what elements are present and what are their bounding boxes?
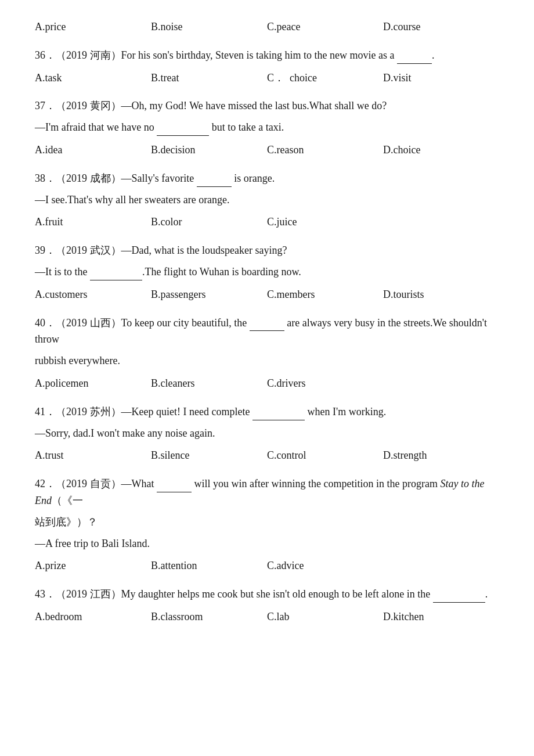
q40-subtext: rubbish everywhere. <box>35 352 499 369</box>
q40-options: A.policemen B.cleaners C.drivers <box>35 374 499 393</box>
question-41: 41．（2019 苏州）—Keep quiet! I need complete… <box>35 404 499 465</box>
q43-option-b: B.classroom <box>151 607 267 627</box>
q38-option-a: A.fruit <box>35 213 151 232</box>
q41-subtext: —Sorry, dad.I won't make any noise again… <box>35 425 499 442</box>
q36-option-c: C． choice <box>267 69 383 88</box>
q41-option-d: D.strength <box>383 446 499 465</box>
q39-options: A.customers B.passengers C.members D.tou… <box>35 285 499 304</box>
q36-option-a: A.task <box>35 69 151 88</box>
q37-subtext: —I'm afraid that we have no but to take … <box>35 119 499 136</box>
q41-blank <box>252 409 305 420</box>
q41-options: A.trust B.silence C.control D.strength <box>35 446 499 465</box>
q43-option-c: C.lab <box>267 607 383 627</box>
q39-option-b: B.passengers <box>151 285 267 304</box>
q43-text: 43．（2019 江西）My daughter helps me cook bu… <box>35 586 499 603</box>
question-40: 40．（2019 山西）To keep our city beautiful, … <box>35 315 499 393</box>
q39-subtext: —It is to the .The flight to Wuhan is bo… <box>35 264 499 280</box>
q39-option-c: C.members <box>267 285 383 304</box>
question-38: 38．（2019 成都）—Sally's favorite is orange.… <box>35 170 499 232</box>
q38-option-empty <box>383 213 499 232</box>
q38-options: A.fruit B.color C.juice <box>35 213 499 232</box>
question-37: 37．（2019 黄冈）—Oh, my God! We have missed … <box>35 98 499 159</box>
q38-option-b: B.color <box>151 213 267 232</box>
q38-blank <box>197 175 232 187</box>
q38-subtext: —I see.That's why all her sweaters are o… <box>35 192 499 208</box>
q42-option-empty <box>383 556 499 575</box>
question-42: 42．（2019 自贡）—What will you win after win… <box>35 476 499 575</box>
q36-text: 36．（2019 河南）For his son's birthday, Stev… <box>35 47 499 64</box>
q40-blank <box>250 320 284 332</box>
q39-text: 39．（2019 武汉）—Dad, what is the loudspeake… <box>35 242 499 259</box>
q37-option-a: A.idea <box>35 141 151 160</box>
q41-option-b: B.silence <box>151 446 267 465</box>
q40-option-empty <box>383 374 499 393</box>
q36-blank <box>397 52 432 64</box>
question-39: 39．（2019 武汉）—Dad, what is the loudspeake… <box>35 242 499 304</box>
q41-text: 41．（2019 苏州）—Keep quiet! I need complete… <box>35 404 499 420</box>
top-options-block: A.price B.noise C.peace D.course <box>35 17 499 37</box>
q36-options: A.task B.treat C． choice D.visit <box>35 69 499 88</box>
top-options-row: A.price B.noise C.peace D.course <box>35 17 499 37</box>
q43-option-a: A.bedroom <box>35 607 151 627</box>
question-43: 43．（2019 江西）My daughter helps me cook bu… <box>35 586 499 627</box>
q42-options: A.prize B.attention C.advice <box>35 556 499 575</box>
q38-option-c: C.juice <box>267 213 383 232</box>
q42-option-a: A.prize <box>35 556 151 575</box>
q40-option-c: C.drivers <box>267 374 383 393</box>
option-d-course: D.course <box>383 17 499 37</box>
q41-option-c: C.control <box>267 446 383 465</box>
q36-option-b: B.treat <box>151 69 267 88</box>
option-c-peace: C.peace <box>267 17 383 37</box>
q42-blank <box>157 481 192 492</box>
q40-text: 40．（2019 山西）To keep our city beautiful, … <box>35 315 499 348</box>
q38-text: 38．（2019 成都）—Sally's favorite is orange. <box>35 170 499 187</box>
q41-option-a: A.trust <box>35 446 151 465</box>
q42-option-b: B.attention <box>151 556 267 575</box>
option-b-noise: B.noise <box>151 17 267 37</box>
q37-option-d: D.choice <box>383 141 499 160</box>
q43-option-d: D.kitchen <box>383 607 499 627</box>
q42-subtext2: —A free trip to Bali Island. <box>35 535 499 552</box>
q39-blank <box>90 269 142 280</box>
q37-option-c: C.reason <box>267 141 383 160</box>
q37-options: A.idea B.decision C.reason D.choice <box>35 141 499 160</box>
q42-italic-title: Stay to the End <box>35 478 484 506</box>
q43-blank <box>433 591 485 603</box>
q42-option-c: C.advice <box>267 556 383 575</box>
q42-subtext1: 站到底》）？ <box>35 514 499 531</box>
q42-text: 42．（2019 自贡）—What will you win after win… <box>35 476 499 509</box>
q39-option-d: D.tourists <box>383 285 499 304</box>
q43-options: A.bedroom B.classroom C.lab D.kitchen <box>35 607 499 627</box>
q40-option-a: A.policemen <box>35 374 151 393</box>
question-36: 36．（2019 河南）For his son's birthday, Stev… <box>35 47 499 88</box>
q37-option-b: B.decision <box>151 141 267 160</box>
q37-blank <box>157 124 209 136</box>
q36-option-d: D.visit <box>383 69 499 88</box>
q40-option-b: B.cleaners <box>151 374 267 393</box>
q37-text: 37．（2019 黄冈）—Oh, my God! We have missed … <box>35 98 499 114</box>
q39-option-a: A.customers <box>35 285 151 304</box>
option-a-price: A.price <box>35 17 151 37</box>
